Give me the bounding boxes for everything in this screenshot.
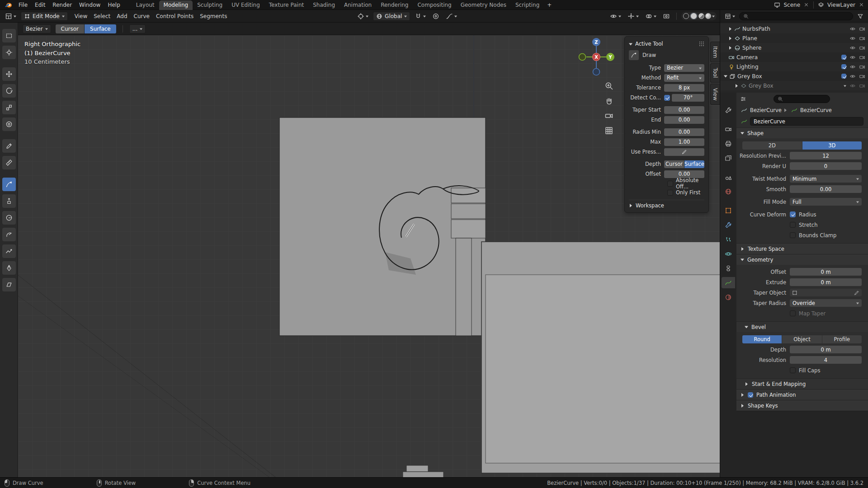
tab-world[interactable] [722, 186, 735, 197]
outliner-item-nurbspath[interactable]: NurbsPath [720, 24, 868, 33]
eye-icon[interactable] [849, 26, 856, 32]
tab-material[interactable] [722, 291, 735, 303]
section-geometry[interactable]: Geometry [736, 254, 868, 265]
bevel-resolution-field[interactable]: 4 [790, 356, 862, 364]
section-path-animation[interactable]: Path Animation [736, 389, 868, 400]
menu-control-points[interactable]: Control Points [153, 12, 197, 20]
tab-constraints[interactable] [722, 263, 735, 274]
show-visibility-button[interactable] [608, 12, 623, 21]
taper-end-field[interactable]: 0.00 [664, 116, 704, 124]
workspace-tab-compositing[interactable]: Compositing [413, 0, 456, 10]
menu-file[interactable]: File [15, 1, 31, 9]
camera-visibility-icon[interactable] [859, 64, 865, 70]
tool-measure[interactable] [2, 156, 16, 169]
tab-modifiers[interactable] [722, 219, 735, 230]
proportional-edit-toggle[interactable] [430, 12, 441, 21]
menu-segments[interactable]: Segments [197, 12, 230, 20]
camera-visibility-icon[interactable] [859, 54, 865, 61]
shading-wireframe-button[interactable] [683, 13, 689, 19]
collapse-icon[interactable] [724, 75, 727, 80]
offset-field[interactable]: 0 m [790, 268, 862, 276]
outliner-item-grey-box-object[interactable]: Grey Box [720, 81, 868, 90]
tool-transform[interactable] [2, 117, 16, 131]
tab-physics[interactable] [722, 248, 735, 259]
taper-start-field[interactable]: 0.00 [664, 106, 704, 114]
eyedropper-icon[interactable] [854, 290, 859, 296]
eye-icon[interactable] [849, 83, 856, 89]
tool-move[interactable] [2, 67, 16, 81]
taper-object-field[interactable] [790, 289, 862, 296]
tool-extrude[interactable] [2, 194, 16, 208]
dim-2d-button[interactable]: 2D [742, 141, 802, 150]
tab-object-data[interactable] [722, 277, 735, 288]
menu-edit[interactable]: Edit [31, 1, 49, 9]
selectable-checkbox[interactable] [841, 55, 846, 60]
tool-annotate[interactable] [2, 139, 16, 153]
eye-icon[interactable] [849, 54, 856, 61]
transform-orientation-selector[interactable]: Global [373, 12, 410, 21]
selectable-checkbox[interactable] [841, 64, 846, 69]
method-dropdown[interactable]: Refit [664, 74, 704, 82]
data-name-input[interactable]: BezierCurve [750, 117, 863, 126]
n-tab-view[interactable]: View [710, 84, 720, 105]
map-taper-checkbox[interactable] [790, 310, 796, 316]
outliner-search-input[interactable] [739, 12, 853, 20]
tab-object[interactable] [722, 205, 735, 216]
section-start-end-mapping[interactable]: Start & End Mapping [736, 378, 868, 389]
fill-mode-dropdown[interactable]: Full [790, 198, 862, 206]
shading-material-button[interactable] [698, 13, 704, 19]
section-shape[interactable]: Shape [736, 127, 868, 138]
corner-angle-field[interactable]: 70° [672, 94, 704, 102]
dim-3d-button[interactable]: 3D [802, 141, 862, 150]
workspace-tab-modeling[interactable]: Modeling [159, 0, 193, 10]
exclude-checkbox[interactable] [841, 74, 846, 79]
menu-curve[interactable]: Curve [131, 12, 153, 20]
more-options-button[interactable]: ... [129, 24, 146, 33]
tool-select-box[interactable] [2, 29, 16, 42]
camera-view-icon[interactable] [604, 111, 613, 120]
draw-tool-button[interactable] [629, 50, 639, 60]
view-layer-icon[interactable] [818, 2, 824, 8]
tool-tilt[interactable] [2, 228, 16, 241]
menu-view[interactable]: View [71, 12, 90, 20]
n-tab-tool[interactable]: Tool [710, 63, 720, 82]
gizmo-axis-y-neg[interactable] [579, 54, 586, 61]
scene-unlink-button[interactable] [803, 2, 809, 8]
viewport-3d[interactable]: Right Orthographic (1) BezierCurve 10 Ce… [18, 35, 720, 477]
workspace-tab-rendering[interactable]: Rendering [376, 0, 413, 10]
scene-browse-icon[interactable] [774, 2, 780, 8]
camera-visibility-icon[interactable] [859, 35, 865, 42]
section-bevel[interactable]: Bevel [736, 321, 868, 332]
depth-surface-option[interactable]: Surface [684, 160, 704, 168]
tab-output[interactable] [722, 138, 735, 149]
shading-solid-button[interactable] [690, 13, 698, 19]
workspace-tab-texture-paint[interactable]: Texture Paint [264, 0, 308, 10]
fill-caps-checkbox[interactable] [790, 367, 796, 373]
tool-randomize[interactable] [2, 244, 16, 258]
section-texture-space[interactable]: Texture Space [736, 243, 868, 254]
show-gizmo-button[interactable] [626, 12, 641, 21]
pan-hand-icon[interactable] [604, 96, 613, 105]
menu-add[interactable]: Add [113, 12, 130, 20]
workspace-tab-layout[interactable]: Layout [132, 0, 159, 10]
render-u-field[interactable]: 0 [790, 162, 862, 170]
eye-icon[interactable] [849, 64, 856, 70]
menu-select[interactable]: Select [90, 12, 113, 20]
eye-icon[interactable] [849, 35, 856, 42]
expand-icon[interactable] [729, 37, 733, 40]
offset-field[interactable]: 0.00 [664, 170, 704, 178]
type-dropdown[interactable]: Bezier [664, 64, 704, 72]
menu-window[interactable]: Window [75, 1, 104, 9]
tab-view-layer[interactable] [722, 152, 735, 164]
bevel-depth-field[interactable]: 0 m [790, 346, 862, 353]
absolute-offset-checkbox[interactable] [667, 181, 673, 187]
detect-corners-checkbox[interactable] [664, 95, 670, 101]
blender-logo-icon[interactable] [4, 1, 13, 9]
stretch-checkbox[interactable] [790, 222, 796, 228]
workspace-tab-shading[interactable]: Shading [308, 0, 340, 10]
radius-checkbox[interactable] [790, 211, 796, 217]
radius-min-field[interactable]: 0.00 [664, 128, 704, 136]
camera-visibility-icon[interactable] [859, 73, 865, 80]
section-shape-keys[interactable]: Shape Keys [736, 400, 868, 411]
navigation-gizmo[interactable]: Z X Y [577, 36, 615, 78]
